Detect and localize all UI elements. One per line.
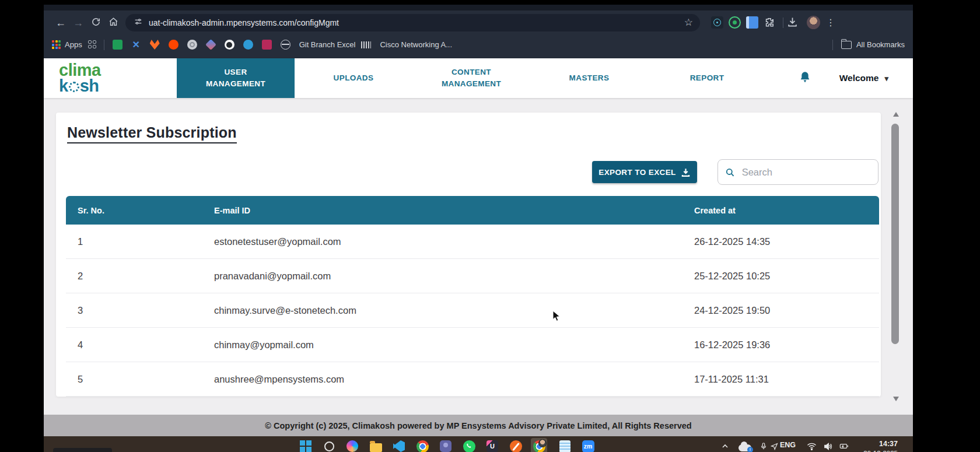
cell-srno: 3 — [66, 305, 214, 316]
teams-icon[interactable] — [439, 439, 453, 452]
logo-line1: clima — [59, 62, 177, 78]
scroll-up-icon[interactable] — [893, 112, 899, 117]
export-to-excel-button[interactable]: EXPORT TO EXCEL — [592, 161, 697, 183]
extension-book-icon[interactable] — [746, 16, 758, 29]
s-favicon[interactable] — [243, 40, 253, 50]
pen-icon[interactable] — [509, 439, 523, 452]
address-bar[interactable]: uat-climakosh-admin.mpensystems.com/conf… — [125, 14, 700, 31]
search-box[interactable] — [718, 159, 878, 185]
copyright-text: © Copyright (c) 2025, Climakosh powered … — [265, 421, 691, 430]
tray-chevron-icon[interactable] — [718, 439, 732, 452]
taskbar-search-icon[interactable] — [322, 439, 336, 452]
forms-favicon[interactable] — [262, 40, 272, 50]
table-row: 1 estonetestuser@yopmail.com 26-12-2025 … — [66, 225, 879, 259]
cell-created: 17-11-2025 11:31 — [694, 374, 879, 385]
bookmark-cisco[interactable]: Cisco Networking A... — [380, 40, 452, 49]
github-favicon[interactable] — [225, 40, 235, 50]
scrollbar-thumb[interactable] — [891, 124, 899, 344]
apps-label[interactable]: Apps — [65, 40, 82, 49]
wifi-icon[interactable] — [804, 439, 818, 452]
tab-report[interactable]: REPORT — [648, 58, 766, 98]
cell-srno: 1 — [66, 236, 214, 247]
download-icon — [681, 167, 691, 177]
tab-masters[interactable]: MASTERS — [530, 58, 648, 98]
site-header: clima ksh USER MANAGEMENT UPLOADS CONTEN… — [44, 58, 913, 98]
cisco-favicon[interactable] — [361, 41, 371, 48]
folder-icon — [841, 41, 852, 49]
volume-icon[interactable] — [821, 439, 835, 452]
extension-green-icon[interactable] — [729, 16, 741, 29]
dashboard-grid-icon[interactable] — [88, 40, 97, 49]
screen-recording-indicator[interactable]: screen rec — [53, 448, 112, 452]
all-bookmarks-button[interactable]: All Bookmarks — [856, 40, 905, 49]
bookmarks-bar: Apps ✕ Git Branch Excel Cisco Networking… — [44, 34, 913, 55]
cell-srno: 2 — [66, 271, 214, 282]
openai-favicon[interactable] — [187, 40, 197, 50]
page-content: Newsletter Subscription EXPORT TO EXCEL … — [44, 98, 913, 415]
table-header-row: Sr. No. E-mail ID Created at — [66, 196, 879, 225]
date-text: 26-12-2025 — [859, 449, 898, 452]
ide-icon[interactable]: U — [485, 439, 499, 452]
bookmarks-divider — [104, 40, 104, 50]
reload-icon[interactable] — [87, 17, 104, 29]
caret-down-icon: ▾ — [884, 74, 888, 83]
search-icon — [725, 167, 735, 178]
header-right: Welcome ▾ — [766, 58, 913, 98]
time-text: 14:37 — [859, 440, 898, 449]
col-header-created: Created at — [694, 206, 879, 215]
apps-grid-icon[interactable] — [52, 40, 61, 49]
captured-screen: ← → uat-climakosh-admin.mpensystems.com/… — [44, 5, 913, 452]
url-text[interactable]: uat-climakosh-admin.mpensystems.com/conf… — [149, 18, 339, 27]
cell-email: anushree@mpensystems.com — [214, 374, 694, 385]
mouse-cursor — [552, 310, 563, 324]
extensions-puzzle-icon[interactable] — [764, 16, 776, 29]
cell-srno: 5 — [66, 374, 214, 385]
tab-user-management[interactable]: USER MANAGEMENT — [177, 58, 295, 98]
bookmarks-divider-right — [832, 40, 833, 50]
sheets-favicon[interactable] — [113, 40, 123, 50]
notepad-icon[interactable] — [558, 439, 572, 452]
gear-icon — [69, 82, 79, 92]
taskbar-clock[interactable]: 14:37 26-12-2025 — [859, 440, 898, 452]
browser-toolbar: ← → uat-climakosh-admin.mpensystems.com/… — [44, 10, 913, 34]
react-devtools-icon[interactable] — [711, 16, 723, 29]
site-info-icon[interactable] — [134, 17, 143, 29]
x-favicon[interactable]: ✕ — [131, 40, 141, 50]
tab-content-management[interactable]: CONTENT MANAGEMENT — [412, 58, 530, 98]
back-icon[interactable]: ← — [52, 17, 69, 28]
file-explorer-icon[interactable] — [369, 439, 383, 452]
menu-dots-icon[interactable]: ⋮ — [826, 17, 835, 28]
gemini-favicon[interactable] — [205, 39, 216, 50]
cell-created: 24-12-2025 19:50 — [694, 305, 879, 316]
search-input[interactable] — [741, 166, 871, 178]
home-icon[interactable] — [104, 17, 122, 29]
chrome-active-icon[interactable] — [531, 438, 547, 452]
welcome-menu[interactable]: Welcome ▾ — [839, 73, 888, 83]
location-icon[interactable] — [767, 439, 781, 452]
scroll-down-icon[interactable] — [893, 397, 899, 401]
language-indicator[interactable]: ENG — [780, 441, 796, 449]
onedrive-icon[interactable] — [738, 439, 752, 452]
bookmark-star-icon[interactable]: ☆ — [684, 16, 693, 29]
bell-icon[interactable] — [799, 70, 811, 86]
globe-favicon[interactable] — [281, 40, 290, 50]
climakosh-logo[interactable]: clima ksh — [44, 58, 177, 98]
chrome-icon[interactable] — [415, 439, 429, 452]
tab-uploads[interactable]: UPLOADS — [295, 58, 412, 98]
profile-avatar[interactable] — [807, 16, 820, 29]
vscode-icon[interactable] — [392, 439, 406, 452]
bookmark-git-branch[interactable]: Git Branch Excel — [299, 40, 356, 49]
cell-email: chinmay@yopmail.com — [214, 339, 694, 351]
forward-icon[interactable]: → — [69, 17, 87, 28]
zoom-icon[interactable]: zm — [581, 439, 595, 452]
whatsapp-icon[interactable] — [462, 439, 476, 452]
main-nav: USER MANAGEMENT UPLOADS CONTENT MANAGEME… — [177, 58, 766, 98]
col-header-email: E-mail ID — [214, 206, 694, 215]
copilot-icon[interactable] — [345, 439, 359, 452]
windows-start-icon[interactable] — [299, 439, 313, 452]
scrollbar[interactable] — [891, 111, 900, 402]
battery-icon[interactable] — [837, 439, 851, 452]
reddit-favicon[interactable] — [169, 40, 178, 50]
gitlab-favicon[interactable] — [150, 40, 160, 50]
download-icon[interactable] — [783, 16, 801, 29]
